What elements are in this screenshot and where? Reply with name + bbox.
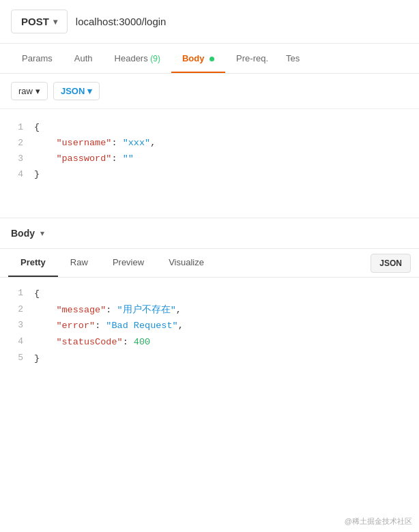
request-body-editor[interactable]: 1{2 "username": "xxx",3 "password": ""4} (0, 109, 419, 218)
raw-label: raw (18, 86, 33, 96)
json-chevron-icon: ▾ (87, 86, 92, 96)
method-dropdown[interactable]: POST ▾ (11, 10, 68, 33)
tab-params[interactable]: Params (11, 44, 63, 73)
json-label: JSON (61, 86, 85, 96)
code-line: 3 "error": "Bad Request", (0, 318, 419, 334)
response-body-editor: 1{2 "message": "用户不存在",3 "error": "Bad R… (0, 278, 419, 414)
line-number: 5 (0, 351, 34, 366)
tab-tests[interactable]: Tes (279, 44, 306, 73)
json-type-dropdown[interactable]: JSON ▾ (53, 82, 100, 100)
code-line: 5} (0, 351, 419, 367)
resp-tab-pretty[interactable]: Pretty (8, 249, 58, 277)
resp-tab-preview[interactable]: Preview (100, 249, 156, 277)
line-number: 2 (0, 302, 34, 318)
line-content: "password": "" (34, 151, 419, 167)
method-chevron-icon: ▾ (53, 17, 57, 27)
response-chevron-icon: ▾ (40, 228, 44, 238)
format-bar: raw ▾ JSON ▾ (0, 74, 419, 109)
code-line: 4 "statusCode": 400 (0, 334, 419, 351)
code-line: 1{ (0, 120, 419, 136)
line-number: 3 (0, 318, 34, 334)
line-number: 4 (0, 334, 34, 350)
url-input[interactable] (76, 16, 408, 27)
line-content: } (34, 351, 419, 367)
code-line: 2 "username": "xxx", (0, 136, 419, 151)
headers-badge: (9) (150, 54, 160, 63)
raw-chevron-icon: ▾ (35, 86, 40, 96)
method-label: POST (21, 16, 49, 27)
code-line: 1{ (0, 286, 419, 302)
line-number: 1 (0, 286, 34, 301)
line-number: 4 (0, 167, 34, 182)
response-format-button[interactable]: JSON (371, 254, 411, 273)
line-content: "message": "用户不存在", (34, 302, 419, 319)
line-content: "username": "xxx", (34, 136, 419, 151)
line-number: 2 (0, 136, 34, 151)
watermark: @稀土掘金技术社区 (345, 516, 412, 527)
tab-headers[interactable]: Headers (9) (104, 44, 171, 73)
resp-tab-visualize[interactable]: Visualize (156, 249, 216, 277)
code-line: 2 "message": "用户不存在", (0, 302, 419, 319)
response-tabs: Pretty Raw Preview Visualize JSON (0, 249, 419, 278)
line-number: 1 (0, 120, 34, 135)
line-content: "statusCode": 400 (34, 334, 419, 351)
response-section-header[interactable]: Body ▾ (0, 218, 419, 249)
code-line: 4} (0, 167, 419, 183)
tab-prereq[interactable]: Pre-req. (225, 44, 279, 73)
line-content: { (34, 286, 419, 302)
resp-tab-raw[interactable]: Raw (58, 249, 100, 277)
url-bar: POST ▾ (0, 0, 419, 44)
code-line: 3 "password": "" (0, 151, 419, 167)
request-tabs: Params Auth Headers (9) Body Pre-req. Te… (0, 44, 419, 74)
line-number: 3 (0, 151, 34, 166)
body-dot (210, 57, 214, 61)
line-content: } (34, 167, 419, 183)
raw-format-dropdown[interactable]: raw ▾ (11, 82, 48, 100)
line-content: "error": "Bad Request", (34, 318, 419, 334)
response-label: Body (11, 228, 35, 239)
tab-body[interactable]: Body (171, 44, 225, 73)
line-content: { (34, 120, 419, 136)
tab-auth[interactable]: Auth (63, 44, 104, 73)
